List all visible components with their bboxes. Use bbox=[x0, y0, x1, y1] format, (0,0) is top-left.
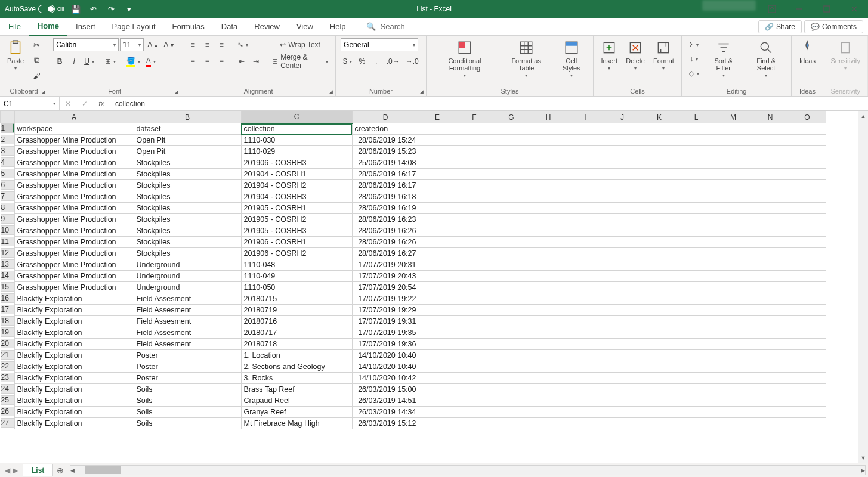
cell[interactable] bbox=[567, 282, 604, 293]
cell[interactable] bbox=[456, 339, 493, 350]
cell[interactable] bbox=[789, 123, 826, 135]
row-header[interactable]: 5 bbox=[1, 169, 14, 178]
font-size-select[interactable]: 11▾ bbox=[120, 38, 144, 51]
row-header[interactable]: 4 bbox=[1, 157, 14, 167]
cell[interactable]: Stockpiles bbox=[134, 191, 241, 203]
cell[interactable] bbox=[752, 169, 789, 180]
cell[interactable] bbox=[678, 327, 715, 339]
paste-button[interactable]: Paste ▾ bbox=[5, 38, 26, 72]
cell[interactable]: 1110-049 bbox=[241, 271, 352, 282]
cell[interactable] bbox=[493, 293, 530, 305]
row-header[interactable]: 12 bbox=[1, 248, 14, 258]
cell[interactable] bbox=[530, 395, 567, 407]
cell[interactable] bbox=[530, 146, 567, 157]
cell[interactable]: Blackfly Exploration bbox=[14, 350, 134, 361]
cell[interactable] bbox=[567, 418, 604, 429]
clear-icon[interactable]: ◇▾ bbox=[687, 67, 702, 80]
tab-insert[interactable]: Insert bbox=[67, 18, 104, 36]
cell[interactable] bbox=[715, 395, 752, 407]
cell[interactable] bbox=[530, 169, 567, 180]
comma-format-icon[interactable]: , bbox=[370, 55, 383, 68]
cell[interactable] bbox=[678, 157, 715, 169]
cell[interactable] bbox=[715, 191, 752, 203]
cell[interactable] bbox=[456, 361, 493, 373]
dialog-launcher-icon[interactable]: ◢ bbox=[419, 89, 424, 95]
cell[interactable] bbox=[789, 191, 826, 203]
column-header[interactable]: M bbox=[715, 111, 752, 123]
row-header[interactable]: 2 bbox=[1, 135, 14, 144]
align-top-icon[interactable]: ≡ bbox=[186, 38, 199, 51]
cell[interactable]: 28/06/2019 16:18 bbox=[352, 191, 419, 203]
percent-format-icon[interactable]: % bbox=[356, 55, 369, 68]
cell[interactable] bbox=[604, 339, 641, 350]
cell[interactable] bbox=[456, 395, 493, 407]
cell[interactable] bbox=[752, 282, 789, 293]
cell[interactable] bbox=[789, 407, 826, 418]
cell[interactable]: Blackfly Exploration bbox=[14, 384, 134, 395]
cell[interactable]: 20180719 bbox=[241, 305, 352, 316]
ideas-button[interactable]: Ideas bbox=[796, 38, 818, 66]
cell[interactable] bbox=[604, 135, 641, 146]
cell[interactable] bbox=[715, 225, 752, 237]
cell[interactable] bbox=[604, 293, 641, 305]
cell[interactable]: Field Assesment bbox=[134, 339, 241, 350]
increase-indent-icon[interactable]: ⇥ bbox=[249, 55, 262, 68]
dialog-launcher-icon[interactable]: ◢ bbox=[329, 89, 333, 95]
cell[interactable] bbox=[752, 135, 789, 146]
cell[interactable] bbox=[789, 350, 826, 361]
cell[interactable] bbox=[530, 191, 567, 203]
row-header[interactable]: 19 bbox=[1, 327, 14, 337]
cell[interactable] bbox=[678, 225, 715, 237]
cell[interactable] bbox=[567, 327, 604, 339]
cell[interactable] bbox=[493, 327, 530, 339]
cell[interactable] bbox=[419, 282, 456, 293]
cell[interactable] bbox=[456, 203, 493, 214]
cell[interactable] bbox=[678, 361, 715, 373]
sort-filter-button[interactable]: Sort & Filter▾ bbox=[705, 38, 742, 79]
cell[interactable] bbox=[419, 305, 456, 316]
align-bottom-icon[interactable]: ≡ bbox=[215, 38, 228, 51]
account-name[interactable] bbox=[702, 0, 756, 11]
cell[interactable] bbox=[715, 203, 752, 214]
cell[interactable] bbox=[530, 123, 567, 135]
cell[interactable] bbox=[530, 237, 567, 248]
cell[interactable] bbox=[419, 146, 456, 157]
cell[interactable] bbox=[456, 327, 493, 339]
share-button[interactable]: 🔗 Share bbox=[758, 20, 802, 33]
insert-cells-button[interactable]: Insert▾ bbox=[598, 38, 620, 72]
cell[interactable] bbox=[678, 180, 715, 191]
save-icon[interactable]: 💾 bbox=[69, 2, 82, 16]
cell[interactable] bbox=[493, 316, 530, 327]
cell[interactable] bbox=[752, 259, 789, 271]
column-header[interactable]: H bbox=[530, 111, 567, 123]
cell[interactable] bbox=[567, 407, 604, 418]
cut-icon[interactable]: ✂ bbox=[30, 38, 43, 51]
cell[interactable]: Underground bbox=[134, 282, 241, 293]
cell[interactable]: Blackfly Exploration bbox=[14, 339, 134, 350]
cell[interactable] bbox=[604, 282, 641, 293]
column-header[interactable]: N bbox=[752, 111, 789, 123]
tab-page-layout[interactable]: Page Layout bbox=[104, 18, 164, 36]
cell[interactable]: 201906 - COSRH2 bbox=[241, 248, 352, 259]
ribbon-options-icon[interactable] bbox=[758, 0, 786, 18]
cell[interactable] bbox=[752, 271, 789, 282]
cell[interactable] bbox=[604, 418, 641, 429]
tab-view[interactable]: View bbox=[288, 18, 322, 36]
cell[interactable] bbox=[752, 248, 789, 259]
cell[interactable] bbox=[567, 237, 604, 248]
cell[interactable] bbox=[419, 157, 456, 169]
cell[interactable] bbox=[604, 180, 641, 191]
cell[interactable] bbox=[752, 339, 789, 350]
cell[interactable]: 20180716 bbox=[241, 316, 352, 327]
cell[interactable] bbox=[530, 418, 567, 429]
cell[interactable] bbox=[678, 339, 715, 350]
new-sheet-icon[interactable]: ⊕ bbox=[53, 463, 67, 478]
cell[interactable]: Blackfly Exploration bbox=[14, 293, 134, 305]
cell[interactable]: 17/07/2019 20:31 bbox=[352, 259, 419, 271]
cell[interactable]: createdon bbox=[352, 123, 419, 135]
cell[interactable]: Stockpiles bbox=[134, 248, 241, 259]
cell[interactable]: Grasshopper Mine Production bbox=[14, 225, 134, 237]
cell[interactable] bbox=[419, 123, 456, 135]
insert-function-icon[interactable]: fx bbox=[93, 97, 110, 110]
font-color-icon[interactable]: A▾ bbox=[144, 55, 158, 68]
